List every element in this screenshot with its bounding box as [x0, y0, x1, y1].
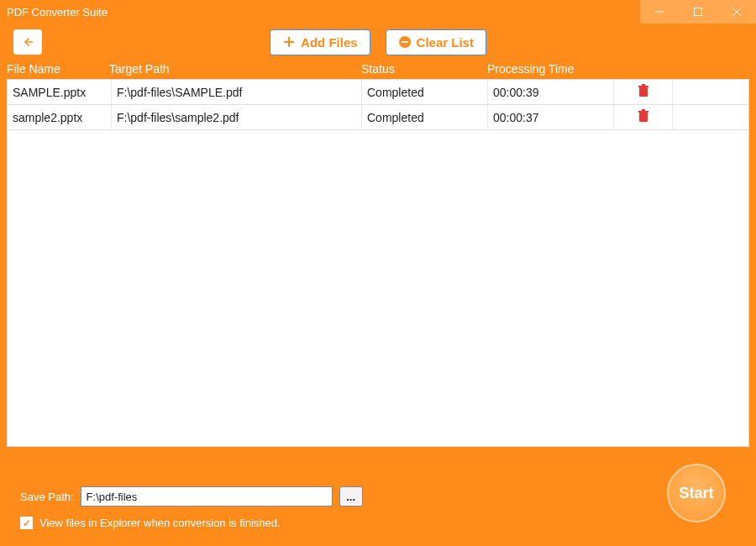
- add-files-button[interactable]: Add Files: [270, 29, 370, 55]
- save-path-label: Save Path:: [20, 491, 74, 503]
- view-in-explorer-label: View files in Explorer when conversion i…: [39, 517, 281, 529]
- minimize-button[interactable]: [640, 0, 679, 24]
- cell-target-path: F:\pdf-files\sample2.pdf: [112, 105, 362, 129]
- clear-list-label: Clear List: [417, 35, 474, 50]
- window-title: PDF Converter Suite: [7, 6, 108, 18]
- back-button[interactable]: [13, 29, 42, 55]
- maximize-button[interactable]: [679, 0, 717, 24]
- add-files-label: Add Files: [301, 35, 358, 50]
- cell-time: 00:00:37: [488, 105, 614, 129]
- svg-rect-9: [639, 87, 648, 97]
- cell-file-name: SAMPLE.pptx: [8, 80, 112, 104]
- cell-file-name: sample2.pptx: [8, 105, 112, 129]
- start-button[interactable]: Start: [667, 464, 726, 522]
- cell-status: Completed: [362, 105, 488, 129]
- svg-rect-1: [695, 8, 702, 16]
- trash-icon[interactable]: [638, 84, 649, 100]
- view-in-explorer-checkbox[interactable]: ✓: [20, 517, 33, 529]
- arrow-left-icon: [20, 34, 35, 50]
- table-header: File Name Target Path Status Processing …: [0, 60, 756, 79]
- svg-rect-14: [642, 109, 645, 111]
- col-status: Status: [361, 62, 487, 76]
- window-controls: [640, 0, 756, 24]
- svg-rect-11: [642, 84, 645, 86]
- table-row[interactable]: SAMPLE.pptx F:\pdf-files\SAMPLE.pdf Comp…: [8, 80, 748, 105]
- clear-list-button[interactable]: Clear List: [386, 29, 486, 55]
- cell-status: Completed: [362, 80, 488, 104]
- minus-circle-icon: [398, 35, 412, 49]
- col-target-path: Target Path: [109, 62, 361, 76]
- trash-icon[interactable]: [638, 109, 649, 125]
- close-button[interactable]: [717, 0, 756, 24]
- col-processing-time: Processing Time: [487, 62, 613, 76]
- cell-target-path: F:\pdf-files\SAMPLE.pdf: [112, 80, 362, 104]
- col-file-name: File Name: [0, 62, 109, 76]
- svg-rect-13: [638, 111, 648, 113]
- svg-rect-12: [639, 113, 648, 122]
- save-path-input[interactable]: [81, 486, 333, 507]
- plus-icon: [282, 35, 296, 49]
- cell-time: 00:00:39: [488, 80, 614, 104]
- browse-button[interactable]: ...: [339, 486, 363, 507]
- file-list: SAMPLE.pptx F:\pdf-files\SAMPLE.pdf Comp…: [7, 79, 749, 447]
- svg-rect-10: [638, 86, 648, 87]
- table-row[interactable]: sample2.pptx F:\pdf-files\sample2.pdf Co…: [8, 105, 748, 130]
